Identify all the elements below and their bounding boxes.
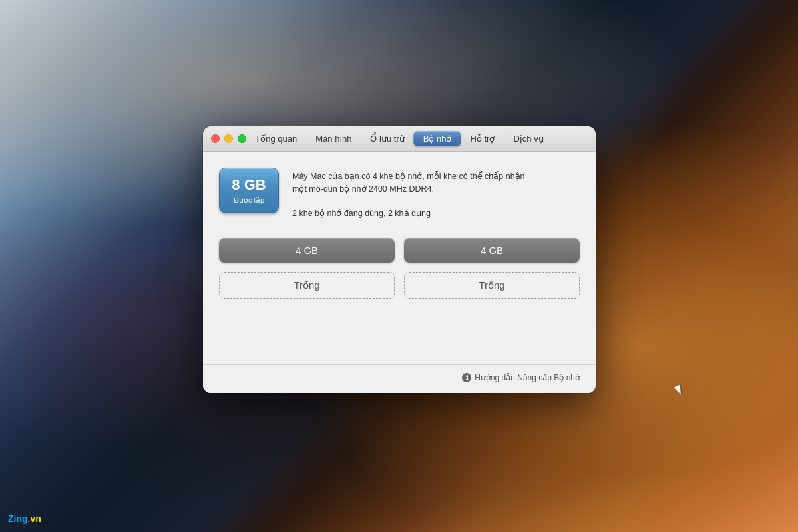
- slot-1-filled: 4 GB: [219, 238, 395, 263]
- tabbar: Tổng quan Màn hình Ổ lưu trữ Bộ nhớ Hỗ t…: [246, 131, 552, 146]
- slot-3-empty: Trống: [219, 272, 395, 299]
- upgrade-memory-link[interactable]: ℹ Hướng dẫn Nâng cấp Bộ nhớ: [462, 373, 580, 382]
- close-button[interactable]: [211, 134, 220, 143]
- tab-dich-vu[interactable]: Dịch vụ: [504, 131, 552, 146]
- memory-header: 8 GB Được lắp Máy Mac của bạn có 4 khe b…: [219, 168, 580, 219]
- titlebar: Tổng quan Màn hình Ổ lưu trữ Bộ nhớ Hỗ t…: [203, 126, 596, 152]
- tab-tong-quan[interactable]: Tổng quan: [246, 131, 306, 146]
- watermark-vn: vn: [30, 513, 41, 524]
- footer: ℹ Hướng dẫn Nâng cấp Bộ nhớ: [203, 364, 596, 393]
- watermark-zing: Zing: [8, 513, 28, 524]
- minimize-button[interactable]: [224, 134, 233, 143]
- slot-2-filled: 4 GB: [404, 238, 580, 263]
- memory-info: Máy Mac của bạn có 4 khe bộ nhớ, mỗi khe…: [292, 168, 580, 219]
- memory-info-line1: Máy Mac của bạn có 4 khe bộ nhớ, mỗi khe…: [292, 170, 580, 183]
- tab-bo-nho[interactable]: Bộ nhớ: [414, 131, 461, 146]
- about-this-mac-dialog: Tổng quan Màn hình Ổ lưu trữ Bộ nhớ Hỗ t…: [203, 126, 596, 393]
- traffic-lights: [211, 134, 246, 143]
- tab-man-hinh[interactable]: Màn hình: [306, 131, 361, 146]
- maximize-button[interactable]: [238, 134, 246, 143]
- memory-size: 8 GB: [230, 176, 268, 194]
- memory-badge: 8 GB Được lắp: [219, 168, 279, 213]
- memory-info-line3: 2 khe bộ nhớ đang dùng, 2 khả dụng: [292, 207, 580, 220]
- tab-ho-tro[interactable]: Hỗ trợ: [461, 131, 504, 146]
- memory-slots: 4 GB 4 GB Trống Trống: [219, 238, 580, 299]
- memory-installed-label: Được lắp: [230, 196, 268, 205]
- watermark: Zing . vn: [8, 513, 41, 524]
- mouse-cursor: [676, 386, 685, 399]
- slot-4-empty: Trống: [404, 272, 580, 299]
- info-icon: ℹ: [462, 373, 471, 382]
- content-area: 8 GB Được lắp Máy Mac của bạn có 4 khe b…: [203, 152, 596, 364]
- tab-o-luu-tru[interactable]: Ổ lưu trữ: [361, 131, 413, 146]
- memory-info-line2: một mô-đun bộ nhớ 2400 MHz DDR4.: [292, 183, 580, 196]
- upgrade-link-text: Hướng dẫn Nâng cấp Bộ nhớ: [475, 373, 580, 382]
